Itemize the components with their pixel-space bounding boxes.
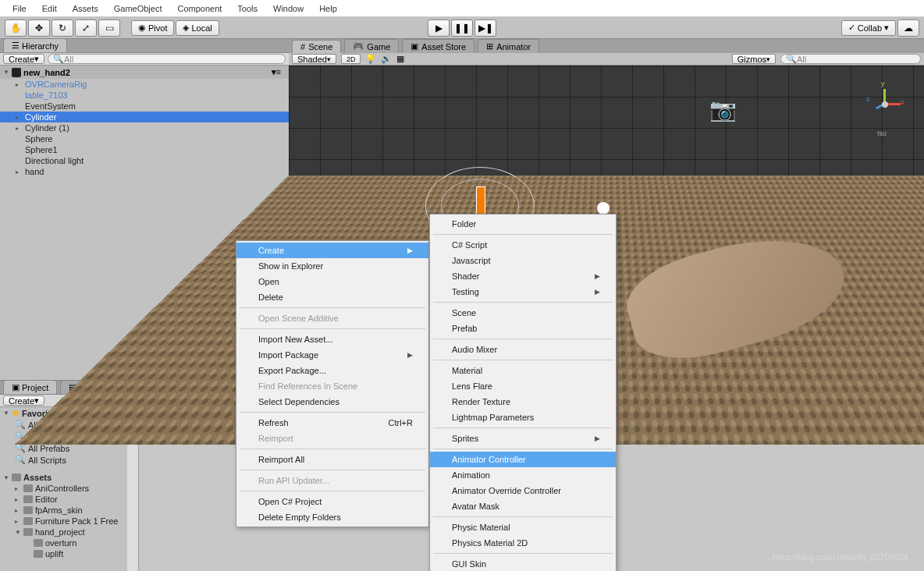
cloud-button[interactable]: ☁ (897, 20, 919, 37)
menu-item-import-package[interactable]: Import Package▶ (236, 347, 428, 363)
menu-item-import-new-asset-[interactable]: Import New Asset... (236, 332, 428, 347)
shaded-dropdown[interactable]: Shaded ▾ (292, 54, 336, 64)
menu-gameobject[interactable]: GameObject (108, 2, 169, 16)
scene-header[interactable]: ▼ new_hand2 ▾≡ (0, 66, 289, 79)
tab-animator[interactable]: ⊞Animator (478, 39, 539, 53)
menu-item-javascript[interactable]: Javascript (430, 253, 616, 268)
menu-item-testing[interactable]: Testing▶ (430, 284, 616, 300)
right-tools: ✓Collab▾ ☁ (841, 20, 919, 37)
menu-item-scene[interactable]: Scene (430, 305, 616, 321)
menu-item-shader[interactable]: Shader▶ (430, 268, 616, 284)
menu-item-sprites[interactable]: Sprites▶ (430, 431, 616, 446)
hierarchy-item[interactable]: ▸OVRCameraRig (0, 79, 289, 90)
menu-item-folder[interactable]: Folder (430, 216, 616, 232)
hierarchy-item[interactable]: ▸Cylinder (0, 112, 289, 122)
folder-item[interactable]: ▸Furniture Pack 1 Free (0, 516, 138, 527)
menu-item-gui-skin[interactable]: GUI Skin (430, 556, 616, 571)
menu-item-export-package-[interactable]: Export Package... (236, 363, 428, 378)
tab-scene[interactable]: #Scene (292, 40, 341, 53)
menu-separator (433, 339, 613, 339)
menu-tools[interactable]: Tools (231, 2, 264, 16)
orientation-gizmo[interactable]: y x z Iso (862, 81, 908, 128)
pivot-toggle[interactable]: ◉Pivot (131, 20, 174, 36)
folder-item[interactable]: ▸fpArms_skin (0, 505, 138, 516)
menu-item-avatar-mask[interactable]: Avatar Mask (430, 498, 616, 514)
folder-item[interactable]: ▸Editor (0, 494, 138, 505)
menu-item-animator-override-controller[interactable]: Animator Override Controller (430, 483, 616, 498)
menu-item-lens-flare[interactable]: Lens Flare (430, 378, 616, 394)
project-create[interactable]: Create ▾ (3, 395, 44, 406)
menu-item-c-script[interactable]: C# Script (430, 237, 616, 253)
menu-item-open[interactable]: Open (236, 274, 428, 289)
hierarchy-item[interactable]: ▸hand (0, 166, 289, 177)
menu-item-delete[interactable]: Delete (236, 289, 428, 305)
move-tool[interactable]: ✥ (28, 20, 50, 37)
gizmos-dropdown[interactable]: Gizmos ▾ (732, 54, 776, 64)
folder-item[interactable]: ▼hand_project (0, 527, 138, 537)
menu-item-physics-material-2d[interactable]: Physics Material 2D (430, 535, 616, 551)
step-button[interactable]: ▶❚ (474, 20, 496, 37)
menu-item-reimport-all[interactable]: Reimport All (236, 452, 428, 467)
hierarchy-search[interactable]: 🔍All (48, 54, 286, 64)
menu-item-audio-mixer[interactable]: Audio Mixer (430, 342, 616, 357)
hierarchy-create[interactable]: Create ▾ (3, 54, 44, 64)
menu-help[interactable]: Help (313, 2, 343, 16)
menu-file[interactable]: File (6, 2, 33, 16)
menu-item-show-in-explorer[interactable]: Show in Explorer (236, 258, 428, 274)
tab-icon: 🎮 (353, 41, 364, 51)
scale-tool[interactable]: ⤢ (75, 20, 97, 37)
create-submenu: FolderC# ScriptJavascriptShader▶Testing▶… (429, 214, 617, 571)
menu-item-animator-controller[interactable]: Animator Controller (430, 452, 616, 467)
rotate-tool[interactable]: ↻ (52, 20, 73, 37)
tab-game[interactable]: 🎮Game (344, 39, 399, 53)
favorite-item[interactable]: 🔍All Scripts (0, 454, 138, 466)
menu-item-render-texture[interactable]: Render Texture (430, 394, 616, 410)
folder-item[interactable]: ▸AniControllers (0, 483, 138, 494)
light-icon[interactable]: 💡 (365, 54, 376, 64)
hierarchy-item[interactable]: Sphere1 (0, 144, 289, 155)
hierarchy-item[interactable]: Directional light (0, 155, 289, 166)
folder-icon (23, 517, 33, 525)
menu-item-select-dependencies[interactable]: Select Dependencies (236, 394, 428, 410)
rect-tool[interactable]: ▭ (98, 20, 120, 37)
hierarchy-item[interactable]: EventSystem (0, 101, 289, 112)
menu-edit[interactable]: Edit (36, 2, 63, 16)
hierarchy-tab[interactable]: ☰Hierarchy (3, 38, 67, 52)
menu-item-prefab[interactable]: Prefab (430, 321, 616, 336)
project-tab[interactable]: ▣Project (3, 380, 57, 394)
hierarchy-item[interactable]: Sphere (0, 133, 289, 144)
sphere-handle[interactable] (597, 202, 609, 215)
folder-item[interactable]: uplift (0, 548, 138, 559)
local-toggle[interactable]: ◈Local (176, 20, 219, 36)
expand-arrow-icon: ▸ (16, 168, 22, 176)
hand-tool[interactable]: ✋ (5, 20, 27, 37)
assets-header[interactable]: ▼Assets (0, 472, 138, 483)
audio-icon[interactable]: 🔊 (381, 54, 392, 64)
menu-item-animation[interactable]: Animation (430, 467, 616, 483)
play-button[interactable]: ▶ (428, 20, 450, 37)
options-icon[interactable]: ▾≡ (272, 67, 281, 77)
menu-assets[interactable]: Assets (66, 2, 105, 16)
menu-item-open-c-project[interactable]: Open C# Project (236, 494, 428, 509)
menu-window[interactable]: Window (267, 2, 310, 16)
menu-item-delete-empty-folders[interactable]: Delete Empty Folders (236, 509, 428, 525)
scene-search[interactable]: 🔍All (780, 54, 921, 64)
menu-item-physic-material[interactable]: Physic Material (430, 520, 616, 535)
unity-scene-icon (12, 68, 21, 77)
fx-icon[interactable]: ▦ (396, 54, 404, 64)
tab-asset-store[interactable]: ▣Asset Store (402, 39, 474, 53)
menu-item-create[interactable]: Create▶ (236, 243, 428, 258)
hierarchy-item[interactable]: table_7103 (0, 90, 289, 101)
scene-tabs: #Scene🎮Game▣Asset Store⊞Animator (289, 39, 924, 53)
menu-item-refresh[interactable]: RefreshCtrl+R (236, 415, 428, 431)
2d-toggle[interactable]: 2D (341, 54, 361, 64)
menu-component[interactable]: Component (171, 2, 228, 16)
collab-button[interactable]: ✓Collab▾ (841, 20, 896, 36)
submenu-arrow-icon: ▶ (407, 246, 413, 254)
folder-item[interactable]: overturn (0, 537, 138, 548)
expand-arrow-icon: ▼ (15, 529, 21, 536)
menu-item-material[interactable]: Material (430, 363, 616, 378)
hierarchy-item[interactable]: ▸Cylinder (1) (0, 122, 289, 133)
menu-item-lightmap-parameters[interactable]: Lightmap Parameters (430, 410, 616, 425)
pause-button[interactable]: ❚❚ (451, 20, 473, 37)
